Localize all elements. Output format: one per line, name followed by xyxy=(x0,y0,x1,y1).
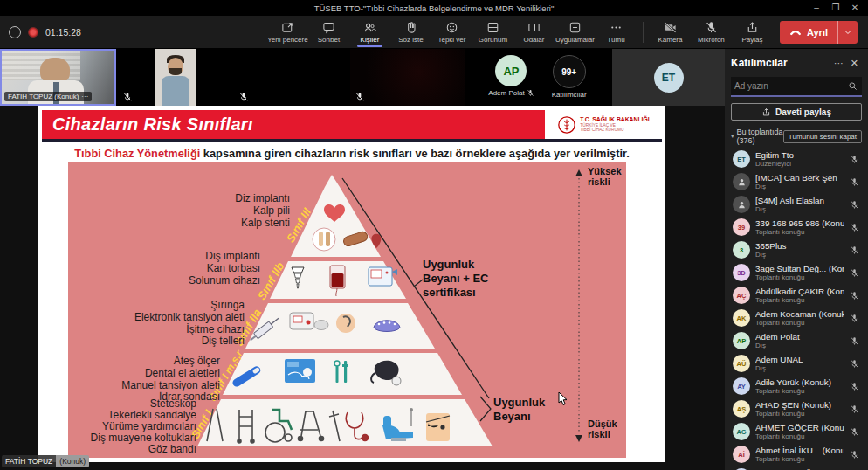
chat-button[interactable]: Sohbet xyxy=(308,17,349,48)
mic-off-icon[interactable] xyxy=(850,450,859,460)
toolbar-divider xyxy=(643,22,644,43)
hangup-icon xyxy=(789,26,802,38)
participant-name: [S4M] Aslı Elaslan xyxy=(755,196,844,205)
participant-row[interactable]: AK Adem Kocaman (Konuk) Toplantı konuğu xyxy=(731,307,862,329)
mic-off-icon[interactable] xyxy=(850,336,859,346)
hearing-aid-icon xyxy=(336,314,355,333)
participant-row[interactable]: 39 339 168 965 986 (Konuk) Toplantı konu… xyxy=(731,216,862,238)
overflow-count[interactable]: 99+ Katılımcılar xyxy=(552,55,587,106)
minimize-button[interactable]: – xyxy=(807,0,826,16)
high-risk-label: Yüksek riskli xyxy=(588,166,622,187)
window-controls: – ❐ ✕ xyxy=(807,0,865,16)
participant-row[interactable]: AŞ AHAD ŞEN (Konuk) Toplantı konuğu xyxy=(731,397,862,420)
participant-row[interactable]: [S4M] Aslı Elaslan Dış xyxy=(731,193,862,216)
participant-row[interactable]: 3 365Plus Dış xyxy=(731,238,862,261)
participant-name: Adem Kocaman (Konuk) xyxy=(755,309,844,319)
mic-off-icon[interactable] xyxy=(850,404,859,414)
mic-off-icon[interactable] xyxy=(850,291,859,301)
participant-row[interactable]: AÖ Ahmet Ozan ÖZ... (Dış Kullanıcı) Dış xyxy=(731,466,862,470)
participant-search[interactable] xyxy=(731,77,862,97)
panel-more-icon[interactable]: ··· xyxy=(830,58,847,68)
leave-button[interactable]: Ayrıl xyxy=(780,21,858,44)
share-button[interactable]: Paylaş xyxy=(732,17,773,48)
video-tile-3[interactable] xyxy=(234,49,348,106)
risk-high-arrow xyxy=(575,169,582,176)
video-tile-et[interactable]: ET xyxy=(612,49,725,106)
participant-role: Toplantı konuğu xyxy=(755,455,844,464)
recording-indicator-icon xyxy=(28,27,38,38)
avatar-initials: AG xyxy=(736,428,746,436)
participant-row[interactable]: AÜ Adem ÜNAL Dış xyxy=(731,352,862,375)
avatar-initials: AÇ xyxy=(737,292,747,300)
participant-role: Toplantı konuğu xyxy=(755,410,844,418)
grid-view-icon xyxy=(486,21,499,34)
participant-row[interactable]: AÇ Abdülkadir ÇAKIR (Konuk) Toplantı kon… xyxy=(731,284,862,307)
mic-off-icon[interactable] xyxy=(850,314,859,323)
maximize-button[interactable]: ❐ xyxy=(826,0,845,16)
video-strip: FATİH TOPUZ (Konuk) ··· xyxy=(0,49,725,106)
video-tile-2[interactable] xyxy=(118,49,232,106)
microphone-button[interactable]: Mikrofon xyxy=(691,17,732,48)
participant-row[interactable]: 3D 3age Sultan Değ... (Konuk) Toplantı k… xyxy=(731,261,862,284)
participant-name: AHMET GÖÇER (Konuk) xyxy=(755,423,844,432)
participants-panel-title: Katılımcılar xyxy=(731,57,830,69)
mic-off-icon[interactable] xyxy=(850,155,859,164)
mic-off-icon[interactable] xyxy=(850,359,859,369)
raise-hand-button[interactable]: Söz iste xyxy=(390,17,431,48)
overflow-participant-name: Adem Polat xyxy=(488,89,524,97)
mute-all-button[interactable]: Tümünün sesini kapat xyxy=(783,130,862,143)
apps-icon xyxy=(568,21,582,34)
search-input[interactable] xyxy=(731,81,848,91)
close-button[interactable]: ✕ xyxy=(845,0,865,16)
in-meeting-section[interactable]: ▾ Bu toplantıda (376) xyxy=(731,128,783,145)
participant-row[interactable]: AY Adile Yürük (Konuk) Toplantı konuğu xyxy=(731,375,862,397)
mic-off-icon[interactable] xyxy=(850,268,859,278)
mic-off-icon[interactable] xyxy=(850,427,859,437)
participant-role: Toplantı konuğu xyxy=(755,432,844,441)
overflow-participant[interactable]: AP Adem Polat xyxy=(488,55,534,106)
video-tile-name-label: FATİH TOPUZ (Konuk) ··· xyxy=(4,92,92,101)
mouse-cursor xyxy=(558,392,568,406)
panel-close-icon[interactable]: ✕ xyxy=(847,58,862,69)
tile-more-icon[interactable]: ··· xyxy=(81,93,88,100)
mic-off-icon[interactable] xyxy=(850,382,859,391)
mic-off-icon[interactable] xyxy=(850,223,859,232)
share-invite-button[interactable]: Daveti paylaş xyxy=(731,103,862,121)
new-window-button[interactable]: Yeni pencere xyxy=(267,17,308,48)
avatar-initials: Aİ xyxy=(738,451,745,459)
chevron-down-icon xyxy=(844,29,851,36)
participants-panel: Katılımcılar ··· ✕ Daveti paylaş ▾ Bu to… xyxy=(725,49,868,470)
mic-off-icon[interactable] xyxy=(850,245,859,255)
avatar-initials: AÜ xyxy=(737,360,747,368)
conformity-ec-tick xyxy=(414,280,423,287)
react-button[interactable]: Tepki ver xyxy=(431,17,472,48)
people-button[interactable]: Kişiler xyxy=(349,17,390,48)
participant-name: 3age Sultan Değ... (Konuk) xyxy=(755,264,844,273)
participant-row[interactable]: Aİ Ahmet İnal İKU... (Konuk) Toplantı ko… xyxy=(731,443,862,466)
mic-off-icon[interactable] xyxy=(850,200,859,210)
rooms-button[interactable]: Odalar xyxy=(513,17,555,48)
participant-row[interactable]: [IMCA] Can Berk Şen Dış xyxy=(731,170,862,193)
risk-low-arrow xyxy=(575,435,582,442)
participant-row[interactable]: AG AHMET GÖÇER (Konuk) Toplantı konuğu xyxy=(731,420,862,443)
avatar-initials: AK xyxy=(737,314,747,322)
participant-role: Toplantı konuğu xyxy=(755,228,844,237)
participant-row[interactable]: AP Adem Polat Dış xyxy=(731,329,862,352)
participant-role: Toplantı konuğu xyxy=(755,296,844,305)
recording-group: 01:15:28 xyxy=(0,26,81,38)
apps-button[interactable]: Uygulamalar xyxy=(555,17,596,48)
mic-off-icon xyxy=(705,21,718,34)
participant-row[interactable]: ET Egitim Tto Düzenleyici xyxy=(731,148,862,170)
camera-button[interactable]: Kamera xyxy=(650,17,691,48)
more-button[interactable]: Tümü xyxy=(596,17,637,48)
view-button[interactable]: Görünüm xyxy=(472,17,513,48)
leave-options-chevron[interactable] xyxy=(837,21,858,44)
conformity-ec-label: Uygunluk Beyanı + EC sertifikası xyxy=(423,258,489,300)
toolbar-buttons: Yeni pencere Sohbet Kişiler Söz iste Tep… xyxy=(267,17,868,48)
video-tile-4[interactable] xyxy=(350,49,465,106)
participant-role: Toplantı konuğu xyxy=(755,387,844,396)
participant-role: Dış xyxy=(755,205,844,214)
mic-off-icon[interactable] xyxy=(850,177,859,187)
person-icon xyxy=(737,177,747,187)
video-tile-fatih-topuz[interactable]: FATİH TOPUZ (Konuk) ··· xyxy=(0,49,116,106)
